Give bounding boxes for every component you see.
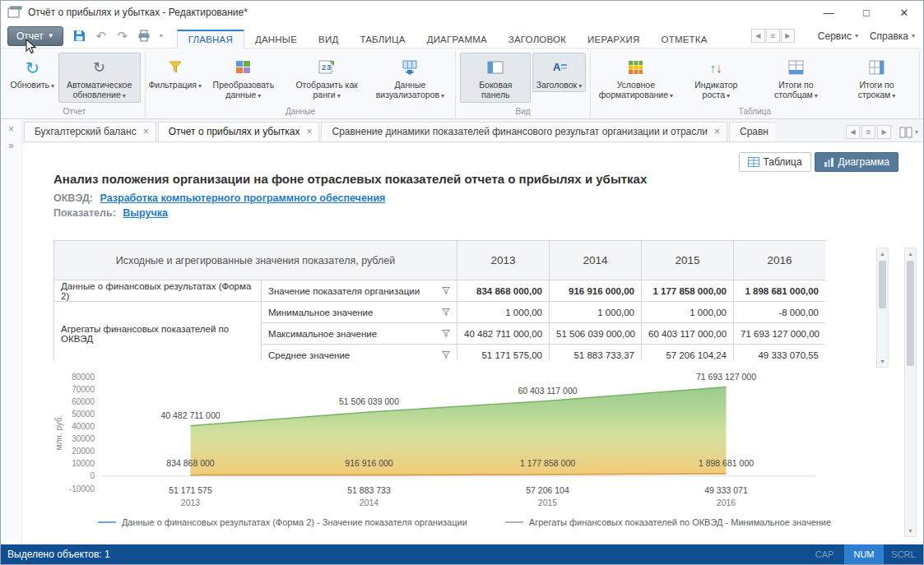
expand-panel-icon[interactable]: » [5, 139, 18, 152]
auto-refresh-button[interactable]: ↻ Автоматическое обновление▾ [58, 53, 141, 103]
value-cell[interactable]: 51 171 575,00 [457, 345, 550, 361]
value-cell[interactable]: 57 206 104,24 [642, 345, 734, 361]
value-cell[interactable]: 60 403 117 000,00 [642, 323, 734, 345]
scroll-lock-indicator: SCRL [884, 544, 923, 564]
svg-text:40000: 40000 [72, 422, 95, 431]
tab-close-icon[interactable]: × [714, 126, 720, 137]
cell-filter-icon[interactable] [442, 351, 450, 359]
close-panel-icon[interactable]: × [5, 123, 18, 136]
value-cell[interactable]: 834 868 000,00 [457, 280, 550, 302]
profit-chart: 8000070000600005000040000300002000010000… [50, 368, 879, 527]
nav-left-icon[interactable]: ◀ [751, 29, 765, 43]
ribbon-tab-hierarchy[interactable]: ИЕРАРХИЯ [577, 30, 651, 49]
table-view-button[interactable]: Таблица [739, 152, 811, 172]
ribbon-tab-chart[interactable]: ДИАГРАММА [416, 30, 498, 49]
value-cell[interactable]: 71 693 127 000,00 [734, 323, 825, 345]
tabs-scroll-right-icon[interactable]: ▶ [877, 125, 891, 139]
nav-right-icon[interactable]: ▶ [781, 29, 795, 43]
row-totals-button[interactable]: Итоги по строкам▾ [838, 53, 915, 103]
visualizer-data-button[interactable]: Данные визуализаторов▾ [369, 53, 451, 103]
okved-link[interactable]: Разработка компьютерного программного об… [100, 192, 386, 204]
show-as-ranks-button[interactable]: 23 Отобразить как ранги▾ [286, 53, 368, 103]
conditional-formatting-button[interactable]: Условное форматирование▾ [595, 53, 677, 103]
undo-icon[interactable]: ↶ [93, 28, 109, 44]
transform-data-button[interactable]: Преобразовать данные▾ [202, 53, 285, 103]
statusbar: Выделено объектов: 1 CAP NUM SCRL [1, 544, 923, 564]
year-header[interactable]: 2014 [550, 241, 642, 280]
value-cell[interactable]: 1 000,00 [550, 302, 642, 323]
legend-label: Данные о финансовых результатах (Форма 2… [122, 517, 467, 527]
svg-text:71 693 127 000: 71 693 127 000 [696, 372, 756, 382]
year-header[interactable]: 2016 [734, 241, 825, 280]
table-scrollbar[interactable]: ▲ ▼ [876, 248, 889, 368]
value-cell[interactable]: 1 177 858 000,00 [642, 280, 734, 302]
value-cell[interactable]: 1 000,00 [642, 302, 734, 323]
cell-filter-icon[interactable] [442, 330, 450, 337]
value-cell[interactable]: -8 000,00 [734, 302, 825, 323]
scrollbar-thumb[interactable] [879, 261, 886, 308]
metric-label: Значение показателя организации [268, 286, 420, 296]
chart-view-button[interactable]: Диаграмма [815, 152, 898, 172]
value-cell[interactable]: 40 482 711 000,00 [457, 323, 550, 345]
value-cell[interactable]: 1 000,00 [457, 302, 550, 323]
service-menu[interactable]: Сервис ▾ [818, 30, 858, 42]
maximize-button[interactable]: □ [847, 1, 885, 24]
metric-label: Максимальное значение [268, 329, 377, 339]
cell-filter-icon[interactable] [442, 287, 450, 294]
svg-text:2013: 2013 [181, 498, 201, 507]
value-cell[interactable]: 51 506 039 000,00 [550, 323, 642, 345]
ribbon-group-label: Таблица [595, 105, 915, 118]
save-icon[interactable] [72, 28, 88, 44]
print-dropdown-icon[interactable]: ▾ [157, 28, 165, 44]
auto-refresh-icon: ↻ [93, 57, 105, 78]
value-cell[interactable]: 916 916 000,00 [550, 280, 642, 302]
tab-close-icon[interactable]: × [306, 126, 312, 137]
year-header[interactable]: 2013 [457, 241, 550, 280]
minimize-button[interactable]: — [810, 1, 847, 24]
ribbon-tab-mark[interactable]: ОТМЕТКА [651, 30, 718, 49]
doc-tab-balance[interactable]: Бухгалтерский баланс × [24, 122, 156, 141]
close-button[interactable]: ✕ [885, 1, 923, 24]
header-toggle-button[interactable]: A Заголовок▾ [532, 53, 586, 92]
scroll-down-icon[interactable]: ▼ [905, 526, 916, 536]
doc-tab-label: Сравнение динамики показателей финансово… [332, 126, 707, 137]
tab-close-icon[interactable]: × [143, 126, 149, 137]
value-cell[interactable]: 1 898 681 000,00 [734, 280, 825, 302]
growth-indicator-button[interactable]: ↑↓ Индикатор роста▾ [679, 53, 754, 103]
doc-tab-profit-loss[interactable]: Отчет о прибылях и убытках × [158, 122, 320, 141]
doc-tab-partial[interactable]: Сравн [729, 122, 775, 141]
indicator-link[interactable]: Выручка [123, 207, 168, 219]
scrollbar-thumb[interactable] [907, 261, 914, 366]
side-panel-button[interactable]: Боковая панель [460, 53, 531, 103]
filter-button[interactable]: Фильтрация▾ [150, 53, 201, 92]
scroll-up-icon[interactable]: ▲ [877, 248, 888, 259]
indicator-line: Показатель: Выручка [53, 207, 879, 219]
ribbon-tab-data[interactable]: ДАННЫЕ [244, 30, 308, 49]
tabs-scroll-left-icon[interactable]: ◀ [846, 125, 860, 139]
column-totals-button[interactable]: Итоги по столбцам▾ [755, 53, 837, 103]
ribbon-tab-header[interactable]: ЗАГОЛОВОК [498, 30, 577, 49]
redo-icon[interactable]: ↷ [114, 28, 131, 44]
left-rail: × » [1, 119, 22, 544]
cell-filter-icon[interactable] [442, 308, 450, 316]
ribbon-tab-row: Отчет ▼ ↶ ↷ ▾ ГЛАВНАЯ ДАННЫЕ ВИД ТАБЛИЦА… [1, 24, 923, 49]
row-group-cell: Данные о финансовых результатах (Форма 2… [54, 280, 262, 302]
nav-list-icon[interactable]: ≡ [766, 29, 780, 43]
split-layout-button[interactable]: ▾ [899, 127, 918, 138]
print-icon[interactable] [136, 28, 152, 44]
doc-tab-dynamics-compare[interactable]: Сравнение динамики показателей финансово… [321, 122, 727, 141]
ribbon-tab-view[interactable]: ВИД [308, 30, 349, 49]
page-scrollbar[interactable]: ▲ ▼ [904, 248, 917, 537]
year-header[interactable]: 2015 [642, 241, 734, 280]
refresh-button[interactable]: ↻ Обновить▾ [8, 53, 57, 92]
value-cell[interactable]: 49 333 070,55 [734, 345, 825, 361]
value-cell[interactable]: 51 883 733,37 [550, 345, 642, 361]
help-menu[interactable]: Справка ▾ [870, 30, 915, 42]
num-lock-indicator: NUM [844, 544, 884, 564]
scroll-down-icon[interactable]: ▼ [877, 356, 888, 367]
ribbon-tab-main[interactable]: ГЛАВНАЯ [177, 30, 244, 49]
svg-text:49 333 071: 49 333 071 [704, 485, 748, 495]
scroll-up-icon[interactable]: ▲ [905, 248, 916, 259]
ribbon-tab-table[interactable]: ТАБЛИЦА [349, 30, 416, 49]
tabs-list-icon[interactable]: ≡ [861, 125, 875, 139]
